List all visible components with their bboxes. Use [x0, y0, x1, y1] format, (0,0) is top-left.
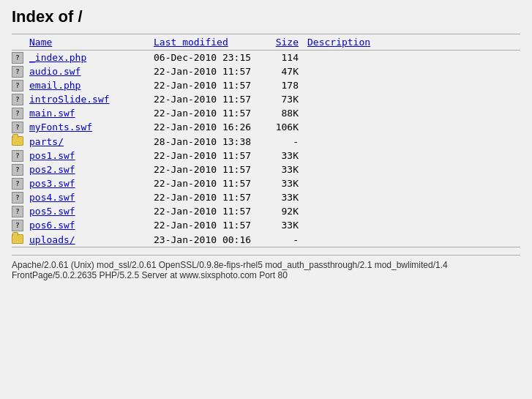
table-row: ?audio.swf22-Jan-2010 11:5747K	[12, 64, 520, 78]
col-size-link[interactable]: Size	[276, 37, 299, 48]
file-link[interactable]: pos6.swf	[29, 220, 75, 231]
unknown-icon: ?	[12, 108, 23, 119]
file-link[interactable]: introSlide.swf	[29, 94, 110, 105]
folder-icon	[12, 136, 23, 146]
table-row: uploads/23-Jan-2010 00:16-	[12, 232, 520, 247]
col-size-header: Size	[271, 34, 307, 51]
file-description	[307, 134, 520, 149]
file-size: -	[271, 232, 307, 247]
table-row: ?pos3.swf22-Jan-2010 11:5733K	[12, 176, 520, 190]
file-modified: 22-Jan-2010 11:57	[154, 176, 271, 190]
server-footer: Apache/2.0.61 (Unix) mod_ssl/2.0.61 Open…	[12, 255, 520, 280]
file-link[interactable]: uploads/	[29, 234, 75, 245]
folder-icon	[12, 234, 23, 244]
file-description	[307, 120, 520, 134]
file-size: 106K	[271, 120, 307, 134]
file-size: 178	[271, 78, 307, 92]
table-row: ?main.swf22-Jan-2010 11:5788K	[12, 106, 520, 120]
file-modified: 22-Jan-2010 11:57	[154, 78, 271, 92]
table-row: ?pos4.swf22-Jan-2010 11:5733K	[12, 190, 520, 204]
unknown-icon: ?	[12, 150, 23, 162]
file-modified: 22-Jan-2010 11:57	[154, 106, 271, 120]
table-row: ?introSlide.swf22-Jan-2010 11:5773K	[12, 92, 520, 106]
file-modified: 22-Jan-2010 11:57	[154, 149, 271, 163]
file-description	[307, 92, 520, 106]
file-size: 33K	[271, 163, 307, 176]
file-size: 92K	[271, 204, 307, 218]
file-size: 33K	[271, 176, 307, 190]
file-link[interactable]: pos5.swf	[29, 206, 75, 217]
page-container: Index of / Name Last modified Size Descr…	[0, 0, 532, 399]
unknown-icon: ?	[12, 122, 23, 133]
file-size: 114	[271, 51, 307, 65]
file-link[interactable]: main.swf	[29, 108, 75, 119]
file-size: -	[271, 134, 307, 149]
file-link[interactable]: audio.swf	[29, 66, 80, 77]
col-name-link[interactable]: Name	[29, 37, 52, 48]
file-modified: 22-Jan-2010 16:26	[154, 120, 271, 134]
unknown-icon: ?	[12, 164, 23, 176]
file-description	[307, 204, 520, 218]
table-row: ?_index.php06-Dec-2010 23:15114	[12, 51, 520, 65]
unknown-icon: ?	[12, 94, 23, 105]
file-description	[307, 190, 520, 204]
file-size: 33K	[271, 190, 307, 204]
col-desc-header: Description	[307, 34, 520, 51]
file-description	[307, 218, 520, 232]
unknown-icon: ?	[12, 66, 23, 78]
file-modified: 23-Jan-2010 00:16	[154, 232, 271, 247]
unknown-icon: ?	[12, 178, 23, 190]
file-link[interactable]: myFonts.swf	[29, 122, 92, 133]
file-description	[307, 106, 520, 120]
file-link[interactable]: pos3.swf	[29, 178, 75, 189]
file-description	[307, 64, 520, 78]
unknown-icon: ?	[12, 192, 23, 204]
page-heading: Index of /	[12, 7, 520, 26]
file-size: 88K	[271, 106, 307, 120]
table-row: ?myFonts.swf22-Jan-2010 16:26106K	[12, 120, 520, 134]
table-row: parts/28-Jan-2010 13:38-	[12, 134, 520, 149]
col-desc-link[interactable]: Description	[307, 37, 370, 48]
file-description	[307, 149, 520, 163]
col-modified-link[interactable]: Last modified	[154, 37, 228, 48]
file-modified: 28-Jan-2010 13:38	[154, 134, 271, 149]
file-description	[307, 163, 520, 176]
unknown-icon: ?	[12, 220, 23, 231]
file-link[interactable]: pos1.swf	[29, 150, 75, 161]
file-size: 73K	[271, 92, 307, 106]
unknown-icon: ?	[12, 80, 23, 92]
col-modified-header: Last modified	[154, 34, 271, 51]
file-size: 33K	[271, 218, 307, 232]
table-row: ?pos5.swf22-Jan-2010 11:5792K	[12, 204, 520, 218]
file-description	[307, 232, 520, 247]
file-size: 33K	[271, 149, 307, 163]
table-row: ?email.php22-Jan-2010 11:57178	[12, 78, 520, 92]
file-link[interactable]: email.php	[29, 80, 80, 91]
file-link[interactable]: pos2.swf	[29, 164, 75, 175]
footer-text: Apache/2.0.61 (Unix) mod_ssl/2.0.61 Open…	[12, 260, 448, 280]
col-name-header: Name	[29, 34, 154, 51]
file-listing-table: Name Last modified Size Description ?_in…	[12, 34, 520, 247]
file-modified: 22-Jan-2010 11:57	[154, 218, 271, 232]
file-link[interactable]: pos4.swf	[29, 192, 75, 203]
unknown-icon: ?	[12, 52, 23, 64]
unknown-icon: ?	[12, 206, 23, 217]
file-link[interactable]: parts/	[29, 136, 64, 147]
file-description	[307, 78, 520, 92]
file-modified: 22-Jan-2010 11:57	[154, 163, 271, 176]
file-size: 47K	[271, 64, 307, 78]
file-link[interactable]: _index.php	[29, 52, 86, 63]
file-modified: 22-Jan-2010 11:57	[154, 92, 271, 106]
col-icon-header	[12, 34, 29, 51]
file-modified: 22-Jan-2010 11:57	[154, 204, 271, 218]
file-modified: 22-Jan-2010 11:57	[154, 190, 271, 204]
table-row: ?pos6.swf22-Jan-2010 11:5733K	[12, 218, 520, 232]
file-modified: 06-Dec-2010 23:15	[154, 51, 271, 65]
table-row: ?pos2.swf22-Jan-2010 11:5733K	[12, 163, 520, 176]
file-modified: 22-Jan-2010 11:57	[154, 64, 271, 78]
table-row: ?pos1.swf22-Jan-2010 11:5733K	[12, 149, 520, 163]
file-description	[307, 51, 520, 65]
file-description	[307, 176, 520, 190]
table-header-row: Name Last modified Size Description	[12, 34, 520, 51]
